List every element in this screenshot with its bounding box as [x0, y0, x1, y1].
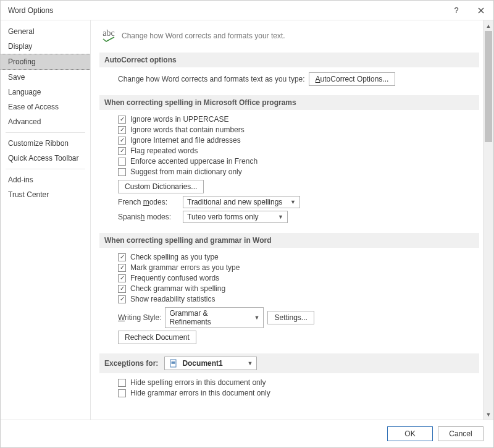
writing-style-dropdown[interactable]: Grammar & Refinements▼	[165, 307, 264, 328]
chevron-down-icon: ▼	[247, 360, 253, 366]
checkbox-label: Check spelling as you type	[130, 253, 219, 261]
checkbox-row[interactable]: Ignore words in UPPERCASE	[118, 115, 479, 124]
dialog-title: Word Options	[8, 6, 444, 15]
cancel-button[interactable]: Cancel	[438, 426, 484, 441]
checkbox-row[interactable]: Flag repeated words	[118, 146, 479, 155]
sidebar-item-display[interactable]: Display	[1, 39, 90, 54]
checkbox-row[interactable]: Show readability statistics	[118, 295, 479, 303]
checkbox-row[interactable]: Enforce accented uppercase in French	[118, 157, 479, 166]
checkbox-label: Suggest from main dictionary only	[130, 167, 242, 176]
proofing-icon: abc	[102, 29, 115, 43]
sidebar-separator	[6, 169, 85, 169]
content-wrap: abc Change how Word corrects and formats…	[91, 20, 493, 420]
french-modes-label: French modes:	[118, 198, 177, 206]
chevron-down-icon: ▼	[254, 315, 260, 321]
sidebar-separator	[6, 132, 85, 133]
close-button[interactable]	[469, 1, 493, 20]
sidebar-item-proofing[interactable]: Proofing	[1, 54, 90, 70]
sidebar-item-ease-of-access[interactable]: Ease of Access	[1, 99, 90, 114]
checkbox-row[interactable]: Frequently confused words	[118, 274, 479, 282]
sidebar-item-save[interactable]: Save	[1, 70, 90, 85]
checkbox-label: Ignore words that contain numbers	[130, 125, 245, 134]
exceptions-dropdown[interactable]: Document1 ▼	[164, 357, 257, 370]
sidebar-item-advanced[interactable]: Advanced	[1, 114, 90, 129]
section-spelling-word-header: When correcting spelling and grammar in …	[99, 233, 479, 248]
checkbox-label: Flag repeated words	[130, 146, 198, 155]
checkbox-row[interactable]: Hide spelling errors in this document on…	[118, 378, 479, 387]
checkbox-row[interactable]: Hide grammar errors in this document onl…	[118, 389, 479, 397]
sidebar-item-add-ins[interactable]: Add-ins	[1, 172, 90, 187]
checkbox-label: Hide spelling errors in this document on…	[130, 378, 266, 387]
ok-button[interactable]: OK	[387, 426, 433, 441]
checkbox-label: Mark grammar errors as you type	[130, 263, 240, 272]
svg-rect-1	[172, 361, 175, 361]
section-spelling-word-body: Check spelling as you typeMark grammar e…	[99, 253, 479, 352]
section-autocorrect-body: Change how Word corrects and formats tex…	[99, 72, 479, 94]
sidebar: GeneralDisplayProofingSaveLanguageEase o…	[1, 20, 91, 420]
svg-rect-3	[172, 363, 175, 364]
settings-button[interactable]: Settings...	[267, 311, 314, 324]
checkbox-label: Ignore words in UPPERCASE	[130, 115, 228, 124]
writing-style-dropdown-value: Grammar & Refinements	[169, 309, 250, 326]
checkbox-label: Check grammar with spelling	[130, 284, 225, 293]
section-spelling-office-body: Ignore words in UPPERCASEIgnore words th…	[99, 115, 479, 232]
intro: abc Change how Word corrects and formats…	[99, 27, 479, 51]
checkbox[interactable]	[118, 126, 126, 134]
exceptions-label: Exceptions for:	[104, 359, 158, 368]
scroll-track[interactable]	[484, 31, 493, 409]
scroll-thumb[interactable]	[485, 31, 492, 142]
checkbox-label: Enforce accented uppercase in French	[130, 157, 257, 166]
svg-rect-2	[172, 362, 175, 363]
autocorrect-options-button[interactable]: AutoCorrect Options...	[309, 72, 396, 86]
sidebar-item-language[interactable]: Language	[1, 85, 90, 99]
section-autocorrect-header: AutoCorrect options	[99, 53, 479, 67]
checkbox[interactable]	[118, 158, 126, 166]
checkbox[interactable]	[118, 147, 126, 155]
sidebar-item-trust-center[interactable]: Trust Center	[1, 187, 90, 202]
section-spelling-office-header: When correcting spelling in Microsoft Of…	[99, 95, 479, 110]
section-exceptions-body: Hide spelling errors in this document on…	[99, 378, 479, 405]
checkbox[interactable]	[118, 168, 126, 176]
titlebar: Word Options ?	[1, 1, 493, 20]
vertical-scrollbar[interactable]: ▲ ▼	[483, 20, 493, 420]
chevron-down-icon: ▼	[290, 199, 296, 205]
word-options-dialog: Word Options ? GeneralDisplayProofingSav…	[0, 0, 494, 448]
document-icon	[169, 358, 178, 368]
checkbox-row[interactable]: Check grammar with spelling	[118, 284, 479, 293]
scroll-down-arrow[interactable]: ▼	[484, 409, 493, 420]
autocorrect-text: Change how Word corrects and formats tex…	[118, 75, 305, 83]
spanish-modes-dropdown[interactable]: Tuteo verb forms only▼	[183, 211, 288, 223]
chevron-down-icon: ▼	[278, 214, 283, 220]
help-button[interactable]: ?	[444, 1, 469, 20]
exceptions-value: Document1	[182, 359, 243, 368]
checkbox-label: Show readability statistics	[130, 295, 215, 303]
checkbox-row[interactable]: Ignore Internet and file addresses	[118, 136, 479, 145]
checkbox[interactable]	[118, 295, 126, 303]
checkbox-row[interactable]: Suggest from main dictionary only	[118, 167, 479, 176]
checkbox-label: Hide grammar errors in this document onl…	[130, 389, 270, 397]
checkbox[interactable]	[118, 285, 126, 293]
sidebar-item-general[interactable]: General	[1, 24, 90, 39]
checkbox[interactable]	[118, 253, 126, 261]
spanish-modes-label: Spanish modes:	[118, 213, 177, 221]
custom-dictionaries-button[interactable]: Custom Dictionaries...	[118, 180, 204, 193]
checkbox[interactable]	[118, 389, 126, 397]
checkbox[interactable]	[118, 274, 126, 282]
sidebar-item-customize-ribbon[interactable]: Customize Ribbon	[1, 136, 90, 151]
sidebar-item-quick-access-toolbar[interactable]: Quick Access Toolbar	[1, 151, 90, 166]
checkbox-row[interactable]: Check spelling as you type	[118, 253, 479, 261]
checkbox-row[interactable]: Ignore words that contain numbers	[118, 125, 479, 134]
checkbox[interactable]	[118, 379, 126, 387]
intro-text: Change how Word corrects and formats you…	[122, 32, 285, 40]
scroll-up-arrow[interactable]: ▲	[484, 20, 493, 31]
checkbox[interactable]	[118, 116, 126, 124]
french-modes-dropdown-value: Traditional and new spellings	[187, 198, 287, 206]
checkbox-label: Frequently confused words	[130, 274, 219, 282]
checkbox[interactable]	[118, 137, 126, 145]
checkbox[interactable]	[118, 264, 126, 272]
footer: OK Cancel	[1, 420, 493, 447]
french-modes-dropdown[interactable]: Traditional and new spellings▼	[183, 196, 300, 208]
checkbox-row[interactable]: Mark grammar errors as you type	[118, 263, 479, 272]
spanish-modes-dropdown-value: Tuteo verb forms only	[187, 213, 274, 221]
recheck-document-button[interactable]: Recheck Document	[118, 331, 196, 344]
